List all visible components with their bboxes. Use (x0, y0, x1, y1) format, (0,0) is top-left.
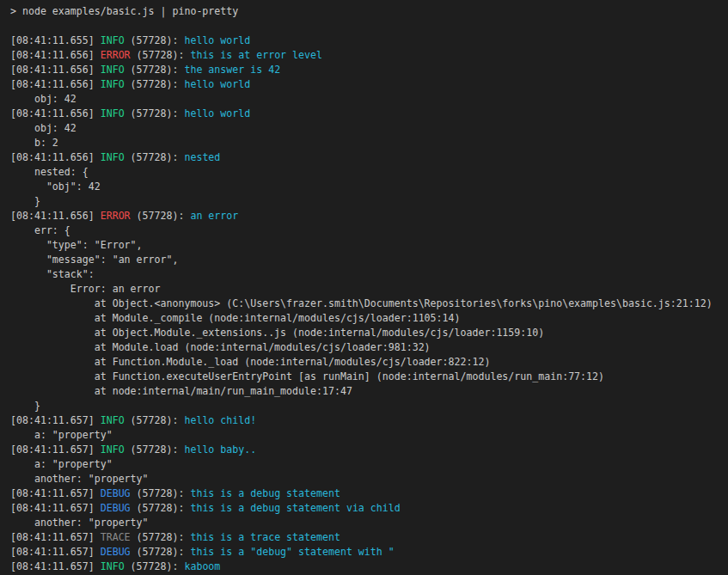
pid: (57728): (131, 487, 191, 499)
timestamp: [08:41:11.656] (10, 49, 101, 61)
pid: (57728): (125, 107, 185, 119)
log-message: hello baby.. (184, 443, 256, 456)
detail-line: another: "property" (10, 472, 728, 486)
log-line: [08:41:11.657] INFO (57728): kaboom (10, 560, 728, 574)
timestamp: [08:41:11.656] (10, 151, 101, 163)
detail-line: at Module._compile (node:internal/module… (10, 311, 728, 326)
log-line: [08:41:11.656] ERROR (57728): this is at… (10, 48, 728, 63)
detail-line: at Function.Module._load (node:internal/… (10, 355, 728, 370)
log-level: INFO (101, 78, 125, 90)
log-line: [08:41:11.657] DEBUG (57728): this is a … (10, 545, 728, 560)
log-message: this is at error level (190, 49, 322, 61)
timestamp: [08:41:11.656] (10, 78, 101, 90)
log-message: hello world (184, 107, 250, 119)
detail-line: } (10, 399, 728, 413)
log-level: INFO (101, 443, 125, 456)
timestamp: [08:41:11.656] (10, 210, 101, 222)
detail-line: obj: 42 (10, 121, 728, 136)
pid: (57728): (131, 49, 191, 61)
log-level: INFO (101, 151, 125, 163)
detail-line: at node:internal/main/run_main_module:17… (10, 384, 728, 399)
pid: (57728): (125, 78, 185, 90)
log-line: [08:41:11.655] INFO (57728): hello world (10, 34, 728, 48)
pid: (57728): (131, 210, 191, 222)
detail-line: at Object.Module._extensions..js (node:i… (10, 326, 728, 340)
detail-line: at Object.<anonymous> (C:\Users\frazer.s… (10, 297, 728, 311)
detail-line: at Module.load (node:internal/modules/cj… (10, 340, 728, 355)
log-level: DEBUG (101, 546, 131, 558)
pid: (57728): (131, 502, 191, 514)
log-message: hello child! (184, 414, 256, 426)
timestamp: [08:41:11.657] (10, 546, 101, 558)
log-message: hello world (184, 78, 250, 90)
detail-line: nested: { (10, 165, 728, 180)
timestamp: [08:41:11.657] (10, 502, 101, 514)
log-line: [08:41:11.656] ERROR (57728): an error (10, 209, 728, 223)
log-level: INFO (101, 64, 125, 76)
command-line: > node examples/basic.js | pino-pretty (10, 4, 728, 19)
timestamp: [08:41:11.656] (10, 64, 101, 76)
log-message: the answer is 42 (184, 64, 280, 76)
log-level: ERROR (101, 210, 131, 222)
pid: (57728): (125, 64, 185, 76)
timestamp: [08:41:11.656] (10, 107, 101, 119)
timestamp: [08:41:11.657] (10, 487, 101, 499)
detail-line: err: { (10, 223, 728, 238)
detail-line: b: 2 (10, 136, 728, 150)
detail-line: "obj": 42 (10, 180, 728, 194)
log-line: [08:41:11.656] INFO (57728): hello world (10, 77, 728, 92)
log-message: an error (190, 210, 238, 222)
blank-line (10, 19, 728, 34)
log-message: this is a debug statement via child (190, 502, 400, 514)
pid: (57728): (125, 414, 185, 426)
log-level: INFO (101, 414, 125, 426)
detail-line: at Function.executeUserEntryPoint [as ru… (10, 370, 728, 384)
log-message: this is a "debug" statement with " (190, 546, 394, 558)
pid: (57728): (131, 531, 191, 543)
log-level: TRACE (101, 531, 131, 543)
log-level: DEBUG (101, 487, 131, 499)
pid: (57728): (131, 546, 191, 558)
log-level: DEBUG (101, 502, 131, 514)
detail-line: a: "property" (10, 428, 728, 443)
pid: (57728): (125, 560, 185, 572)
detail-line: "stack": (10, 267, 728, 282)
log-line: [08:41:11.656] INFO (57728): the answer … (10, 63, 728, 77)
log-message: kaboom (184, 560, 220, 572)
log-output: [08:41:11.655] INFO (57728): hello world… (10, 19, 728, 574)
log-line: [08:41:11.657] INFO (57728): hello baby.… (10, 443, 728, 457)
terminal[interactable]: > node examples/basic.js | pino-pretty [… (0, 0, 728, 575)
timestamp: [08:41:11.657] (10, 560, 101, 572)
log-message: this is a trace statement (190, 531, 340, 543)
pid: (57728): (125, 151, 185, 163)
timestamp: [08:41:11.657] (10, 414, 101, 426)
log-level: ERROR (101, 49, 131, 61)
log-message: nested (184, 151, 220, 163)
log-line: [08:41:11.657] DEBUG (57728): this is a … (10, 486, 728, 501)
timestamp: [08:41:11.655] (10, 34, 101, 46)
log-line: [08:41:11.657] DEBUG (57728): this is a … (10, 501, 728, 516)
log-level: INFO (101, 34, 125, 46)
log-line: [08:41:11.656] INFO (57728): nested (10, 150, 728, 165)
pid: (57728): (125, 34, 185, 46)
detail-line: another: "property" (10, 516, 728, 530)
detail-line: a: "property" (10, 457, 728, 472)
log-message: this is a debug statement (190, 487, 340, 499)
detail-line: obj: 42 (10, 92, 728, 107)
detail-line: "type": "Error", (10, 238, 728, 253)
log-line: [08:41:11.656] INFO (57728): hello world (10, 107, 728, 121)
pid: (57728): (125, 443, 185, 456)
timestamp: [08:41:11.657] (10, 443, 101, 456)
log-level: INFO (101, 107, 125, 119)
log-level: INFO (101, 560, 125, 572)
detail-line: } (10, 194, 728, 209)
command-text: > node examples/basic.js | pino-pretty (10, 5, 238, 17)
log-line: [08:41:11.657] TRACE (57728): this is a … (10, 530, 728, 545)
detail-line: Error: an error (10, 282, 728, 297)
log-message: hello world (184, 34, 250, 46)
log-line: [08:41:11.657] INFO (57728): hello child… (10, 413, 728, 428)
timestamp: [08:41:11.657] (10, 531, 101, 543)
detail-line: "message": "an error", (10, 253, 728, 267)
